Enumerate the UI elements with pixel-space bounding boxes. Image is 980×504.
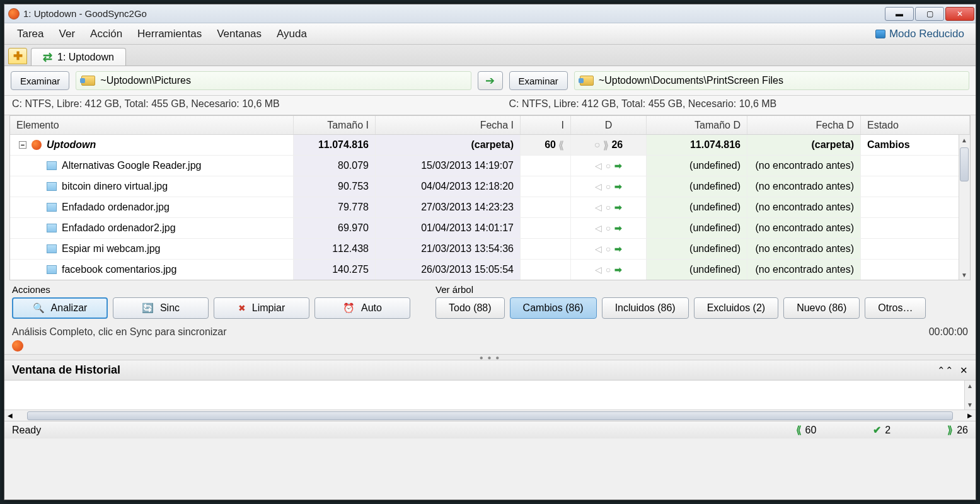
- filter-todo-button[interactable]: Todo (88): [435, 297, 505, 319]
- minimize-button[interactable]: ▬: [885, 7, 914, 21]
- statusbar: Ready 60 ✔2 26: [4, 421, 976, 438]
- scroll-left-icon[interactable]: ◀: [4, 412, 16, 419]
- image-icon: [47, 203, 57, 212]
- arrow-right-icon: ➡: [614, 244, 622, 254]
- splitter-handle[interactable]: ● ● ●: [4, 354, 976, 360]
- arrow-left-icon: ◁: [595, 181, 602, 192]
- file-name: facebook comentarios.jpg: [62, 264, 176, 275]
- scroll-down-icon[interactable]: ▼: [966, 399, 974, 410]
- file-table: Elemento Tamaño I Fecha I I D Tamaño D F…: [9, 115, 971, 280]
- status-message: Análisis Completo, clic en Sync para sin…: [12, 326, 227, 338]
- sync-icon: ⇄: [43, 50, 52, 64]
- left-stats: C: NTFS, Libre: 412 GB, Total: 455 GB, N…: [12, 98, 471, 110]
- scroll-right-icon[interactable]: ▶: [964, 412, 976, 419]
- tree-collapse-icon[interactable]: −: [19, 141, 26, 149]
- actions-section: Acciones Analizar Sinc Limpiar Auto: [12, 284, 410, 319]
- menu-ventanas[interactable]: Ventanas: [209, 24, 269, 44]
- arrow-left-icon: ◁: [595, 223, 602, 233]
- table-row[interactable]: Enfadado ordenador2.jpg69.97001/04/2013 …: [10, 218, 970, 239]
- history-title: Ventana de Historial: [12, 364, 120, 377]
- arrow-right-icon: ➡: [614, 223, 622, 233]
- right-path-display[interactable]: ~Uptodown\Documents\PrintScreen Files: [574, 71, 969, 90]
- menu-herramientas[interactable]: Herramientas: [130, 24, 209, 44]
- scroll-up-icon[interactable]: ▲: [960, 135, 969, 145]
- tab-label: 1: Uptodown: [57, 52, 114, 63]
- right-stats: C: NTFS, Libre: 412 GB, Total: 455 GB, N…: [471, 98, 969, 110]
- col-tamano-i[interactable]: Tamaño I: [294, 116, 376, 134]
- col-d[interactable]: D: [571, 116, 647, 134]
- folder-icon: [580, 76, 594, 86]
- check-icon: ✔: [873, 424, 881, 436]
- app-window: 1: Uptodown - GoodSync2Go ▬ ▢ ✕ Tarea Ve…: [4, 4, 976, 500]
- tab-uptodown[interactable]: ⇄ 1: Uptodown: [31, 48, 126, 66]
- filter-incluidos-button[interactable]: Incluidos (86): [602, 297, 689, 319]
- table-header: Elemento Tamaño I Fecha I I D Tamaño D F…: [10, 116, 970, 135]
- vertical-scrollbar[interactable]: ▲ ▼: [959, 135, 970, 280]
- menu-ver[interactable]: Ver: [52, 24, 83, 44]
- x-icon: [238, 302, 246, 314]
- double-right-icon: [947, 424, 953, 436]
- menu-ayuda[interactable]: Ayuda: [269, 24, 314, 44]
- table-row[interactable]: Alternativas Google Reader.jpg80.07915/0…: [10, 156, 970, 176]
- sync-button[interactable]: Sinc: [113, 297, 209, 319]
- close-history-icon[interactable]: ✕: [960, 365, 968, 376]
- arrow-left-icon: ◁: [595, 265, 602, 275]
- menu-tarea[interactable]: Tarea: [9, 24, 52, 44]
- col-elemento[interactable]: Elemento: [10, 116, 294, 134]
- job-status-icon: [12, 340, 23, 352]
- col-fecha-d[interactable]: Fecha D: [747, 116, 861, 134]
- hscroll-thumb[interactable]: [27, 411, 953, 420]
- monitor-icon: [875, 30, 885, 38]
- clock-icon: [343, 302, 355, 314]
- left-path-text: ~Uptodown\Pictures: [100, 75, 191, 86]
- col-i[interactable]: I: [521, 116, 571, 134]
- clean-button[interactable]: Limpiar: [214, 297, 309, 319]
- history-vscroll[interactable]: ▲ ▼: [964, 381, 976, 410]
- col-tamano-d[interactable]: Tamaño D: [647, 116, 747, 134]
- arrow-right-icon: ➡: [614, 265, 622, 275]
- arrows-left-icon: [558, 139, 564, 151]
- image-icon: [47, 161, 57, 170]
- scroll-up-icon[interactable]: ▲: [966, 381, 974, 391]
- menu-accion[interactable]: Acción: [83, 24, 130, 44]
- direction-button[interactable]: ➔: [478, 71, 503, 90]
- app-icon: [8, 8, 20, 20]
- image-icon: [47, 244, 57, 253]
- close-button[interactable]: ✕: [945, 7, 974, 21]
- table-row[interactable]: Enfadado ordenador.jpg79.77827/03/2013 1…: [10, 197, 970, 218]
- scroll-thumb[interactable]: [960, 147, 969, 181]
- arrow-left-icon: ◁: [595, 202, 602, 212]
- table-row[interactable]: Espiar mi webcam.jpg112.43821/03/2013 13…: [10, 239, 970, 260]
- circle-icon: ○: [606, 181, 611, 192]
- scroll-down-icon[interactable]: ▼: [960, 270, 969, 280]
- browse-right-button[interactable]: Examinar: [509, 71, 568, 90]
- status-line: Análisis Completo, clic en Sync para sin…: [4, 321, 976, 340]
- table-row-root[interactable]: −Uptodown 11.074.816 (carpeta) 60 ○ 26 1…: [10, 135, 970, 156]
- reduced-mode-label: Modo Reducido: [889, 28, 964, 40]
- browse-left-button[interactable]: Examinar: [11, 71, 69, 90]
- history-hscroll[interactable]: ◀ ▶: [4, 410, 976, 421]
- col-fecha-i[interactable]: Fecha I: [376, 116, 521, 134]
- maximize-button[interactable]: ▢: [915, 7, 944, 21]
- magnifier-icon: [33, 302, 45, 314]
- circle-icon: ○: [606, 244, 611, 254]
- table-row[interactable]: facebook comentarios.jpg140.27526/03/201…: [10, 260, 970, 280]
- reduced-mode-button[interactable]: Modo Reducido: [869, 25, 971, 43]
- job-icon: [32, 140, 42, 150]
- auto-button[interactable]: Auto: [314, 297, 410, 319]
- collapse-icon[interactable]: ⌃⌃: [937, 365, 954, 376]
- circle-icon: ○: [606, 265, 611, 275]
- stat-left: 60: [796, 424, 817, 436]
- right-path-text: ~Uptodown\Documents\PrintScreen Files: [599, 75, 783, 86]
- col-estado[interactable]: Estado: [861, 116, 970, 134]
- filter-otros-button[interactable]: Otros…: [865, 297, 926, 319]
- filter-cambios-button[interactable]: Cambios (86): [510, 297, 597, 319]
- titlebar[interactable]: 1: Uptodown - GoodSync2Go ▬ ▢ ✕: [4, 4, 976, 23]
- filter-excluidos-button[interactable]: Excluidos (2): [694, 297, 778, 319]
- add-tab-button[interactable]: ✚: [8, 48, 27, 64]
- filter-nuevo-button[interactable]: Nuevo (86): [783, 297, 860, 319]
- left-path-display[interactable]: ~Uptodown\Pictures: [76, 71, 471, 90]
- paths-row: Examinar ~Uptodown\Pictures ➔ Examinar ~…: [4, 66, 976, 96]
- table-row[interactable]: bitcoin dinero virtual.jpg90.75304/04/20…: [10, 176, 970, 197]
- analyze-button[interactable]: Analizar: [12, 297, 108, 319]
